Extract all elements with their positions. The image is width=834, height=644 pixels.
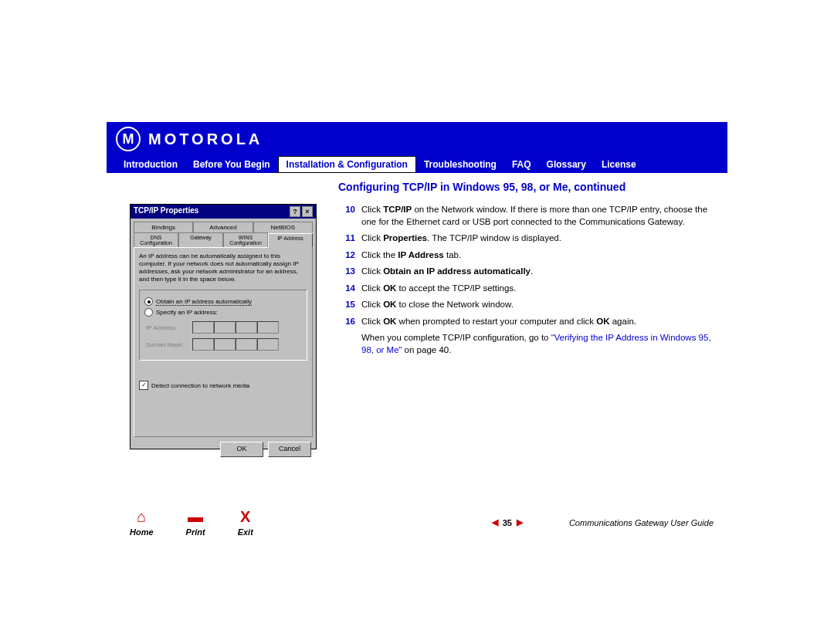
nav-glossary[interactable]: Glossary: [539, 157, 594, 172]
tab-netbios: NetBIOS: [253, 222, 313, 232]
radio-obtain-icon: [144, 297, 153, 306]
ip-address-label: IP Address:: [146, 324, 192, 331]
brand-band: M MOTOROLA: [107, 122, 727, 156]
radio-specify-icon: [144, 308, 153, 317]
screenshot-tcpip-dialog: TCP/IP Properties ?× Bindings Advanced N…: [130, 204, 317, 449]
page-navigator: ◀ 35 ▶: [492, 517, 523, 527]
step-11: Click Properties. The TCP/IP window is d…: [361, 232, 714, 245]
nav-troubleshooting[interactable]: Troubleshooting: [416, 157, 504, 172]
step-15: Click OK to close the Network window.: [361, 299, 714, 311]
home-icon: ⌂: [137, 508, 146, 526]
cancel-button: Cancel: [268, 442, 311, 457]
step-13: Click Obtain an IP address automatically…: [361, 266, 714, 278]
exit-icon: X: [240, 508, 250, 526]
nav-before-you-begin[interactable]: Before You Begin: [185, 157, 278, 172]
prev-page-icon[interactable]: ◀: [492, 517, 498, 527]
dialog-description: An IP address can be automatically assig…: [139, 253, 307, 283]
page-footer: ⌂Home ▬Print XExit ◀ 35 ▶ Communications…: [130, 508, 714, 537]
nav-bar: Introduction Before You Begin Installati…: [107, 156, 727, 173]
nav-installation[interactable]: Installation & Configuration: [278, 156, 416, 173]
nav-license[interactable]: License: [594, 157, 644, 172]
page-title: Configuring TCP/IP in Windows 95, 98, or…: [107, 173, 727, 204]
exit-button[interactable]: XExit: [238, 508, 253, 537]
tab-bindings: Bindings: [134, 222, 193, 232]
step-12: Click the IP Address tab.: [361, 249, 714, 262]
tab-wins: WINS Configuration: [223, 232, 268, 247]
radio-obtain-label: Obtain an IP address automatically: [156, 298, 252, 306]
completion-note: When you complete TCP/IP configuration, …: [338, 332, 714, 356]
instruction-steps: 10Click TCP/IP on the Network window. If…: [338, 204, 714, 449]
ok-button: OK: [220, 442, 263, 457]
document-page: M MOTOROLA Introduction Before You Begin…: [107, 122, 727, 541]
radio-specify-label: Specify an IP address:: [156, 309, 218, 316]
nav-introduction[interactable]: Introduction: [116, 157, 185, 172]
close-icon: ×: [302, 206, 313, 217]
print-icon: ▬: [188, 508, 203, 526]
help-icon: ?: [290, 206, 300, 217]
motorola-logo-icon: M: [116, 127, 141, 151]
subnet-mask-label: Subnet Mask:: [146, 341, 192, 348]
page-number: 35: [503, 518, 512, 527]
brand-text: MOTOROLA: [148, 130, 263, 148]
tab-advanced: Advanced: [193, 222, 253, 232]
print-button[interactable]: ▬Print: [186, 508, 205, 537]
step-14: Click OK to accept the TCP/IP settings.: [361, 283, 714, 295]
step-10: Click TCP/IP on the Network window. If t…: [361, 204, 714, 228]
home-button[interactable]: ⌂Home: [130, 508, 154, 537]
checkbox-icon: ✓: [139, 381, 148, 390]
tab-ipaddress: IP Address: [268, 233, 313, 248]
nav-faq[interactable]: FAQ: [504, 157, 539, 172]
guide-title: Communications Gateway User Guide: [569, 518, 714, 527]
tab-dns: DNS Configuration: [134, 232, 178, 247]
detect-connection-label: Detect connection to network media: [151, 382, 249, 389]
step-16: Click OK when prompted to restart your c…: [361, 316, 714, 328]
next-page-icon[interactable]: ▶: [517, 517, 523, 527]
dialog-title: TCP/IP Properties: [134, 206, 198, 217]
tab-gateway: Gateway: [178, 232, 223, 247]
